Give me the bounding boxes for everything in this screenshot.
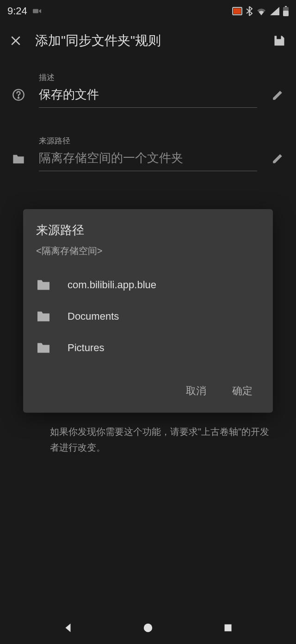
folder-item[interactable]: Documents — [23, 301, 273, 332]
recent-button[interactable] — [221, 621, 235, 635]
dialog-title: 来源路径 — [23, 222, 273, 245]
dialog-actions: 取消 确定 — [23, 367, 273, 409]
cancel-button[interactable]: 取消 — [182, 381, 210, 401]
folder-icon — [36, 278, 51, 292]
folder-item[interactable]: Pictures — [23, 332, 273, 364]
folder-name: Documents — [68, 310, 119, 322]
folder-list: com.bilibili.app.blue Documents Pictures — [23, 266, 273, 367]
dialog-subtitle: <隔离存储空间> — [23, 245, 273, 266]
home-button[interactable] — [141, 621, 155, 635]
source-path-dialog: 来源路径 <隔离存储空间> com.bilibili.app.blue Docu… — [23, 209, 273, 413]
confirm-button[interactable]: 确定 — [228, 381, 256, 401]
svg-point-8 — [144, 624, 152, 632]
nav-bar — [0, 612, 296, 644]
dialog-scrim[interactable]: 来源路径 <隔离存储空间> com.bilibili.app.blue Docu… — [0, 0, 296, 644]
folder-icon — [36, 309, 51, 324]
folder-name: com.bilibili.app.blue — [68, 279, 156, 291]
back-button[interactable] — [61, 621, 75, 635]
folder-icon — [36, 341, 51, 355]
folder-item[interactable]: com.bilibili.app.blue — [23, 269, 273, 301]
folder-name: Pictures — [68, 342, 104, 354]
svg-rect-9 — [225, 625, 232, 632]
